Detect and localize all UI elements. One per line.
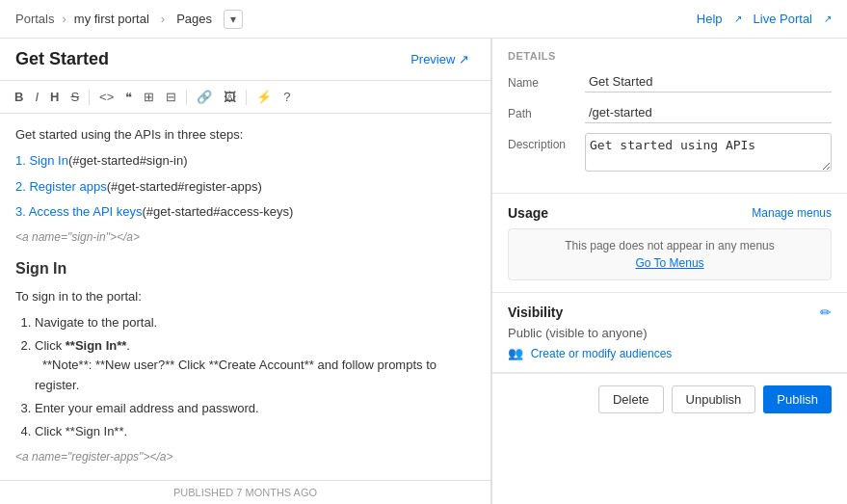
path-input[interactable] bbox=[585, 102, 832, 123]
toolbar-sep-1 bbox=[89, 90, 90, 105]
breadcrumb-arrow: › bbox=[161, 12, 165, 26]
audience-row: 👥 Create or modify audiences bbox=[508, 346, 832, 360]
anchor-sign-in: <a name="sign-in"></a> bbox=[15, 228, 475, 247]
manage-menus-link[interactable]: Manage menus bbox=[752, 206, 832, 220]
usage-info-text: This page does not appear in any menus bbox=[565, 239, 774, 252]
top-nav-right: Help ↗ Live Portal ↗ bbox=[697, 12, 832, 26]
portal-name: my first portal bbox=[74, 12, 149, 26]
editor-panel: Get Started Preview ↗ B I H S <> ❝ ⊞ ⊟ 🔗… bbox=[0, 39, 491, 504]
publish-button[interactable]: Publish bbox=[763, 385, 832, 413]
toolbar-quote[interactable]: ❝ bbox=[120, 87, 137, 107]
intro-text: Get started using the APIs in three step… bbox=[15, 125, 475, 146]
visibility-value: Public (visible to anyone) bbox=[508, 326, 832, 340]
toolbar-code[interactable]: <> bbox=[94, 87, 119, 107]
visibility-section: Visibility ✏ Public (visible to anyone) … bbox=[492, 293, 847, 373]
step-3: 3. Access the API keys(#get-started#acce… bbox=[15, 202, 475, 223]
pages-dropdown[interactable]: ▾ bbox=[224, 10, 243, 29]
unpublish-button[interactable]: Unpublish bbox=[672, 385, 756, 413]
go-to-menus-link[interactable]: Go To Menus bbox=[518, 256, 821, 270]
editor-footer: PUBLISHED 7 MONTHS AGO bbox=[0, 480, 490, 504]
name-input[interactable] bbox=[585, 71, 832, 93]
page-title: Get Started bbox=[15, 49, 109, 69]
toolbar-bold[interactable]: B bbox=[10, 87, 28, 107]
details-section: DETAILS Name Path Description Get starte… bbox=[492, 39, 847, 194]
list-item: Click **Sign In**.**Note**: **New user?*… bbox=[35, 336, 475, 396]
step1-link[interactable]: 1. Sign In bbox=[15, 153, 68, 168]
toolbar-italic[interactable]: I bbox=[30, 87, 43, 107]
help-ext-icon: ↗ bbox=[734, 13, 742, 24]
path-label: Path bbox=[508, 102, 585, 120]
list-item: Enter your email address and password. bbox=[35, 399, 475, 419]
action-buttons: Delete Unpublish Publish bbox=[492, 373, 847, 425]
usage-section: Usage Manage menus This page does not ap… bbox=[492, 194, 847, 293]
sign-in-steps: Navigate to the portal. Click **Sign In*… bbox=[35, 313, 475, 442]
breadcrumb-sep: › bbox=[62, 12, 66, 26]
description-label: Description bbox=[508, 133, 585, 151]
usage-info-box: This page does not appear in any menus G… bbox=[508, 228, 832, 280]
toolbar-image[interactable]: 🖼 bbox=[219, 87, 241, 107]
name-field-row: Name bbox=[508, 71, 832, 93]
toolbar-sep-3 bbox=[246, 90, 247, 105]
step3-link[interactable]: 3. Access the API keys bbox=[15, 204, 143, 219]
toolbar-link[interactable]: 🔗 bbox=[192, 87, 217, 107]
toolbar-heading[interactable]: H bbox=[45, 87, 64, 107]
pages-label: Pages bbox=[176, 12, 212, 26]
breadcrumb: Portals › my first portal › Pages ▾ bbox=[15, 10, 243, 29]
usage-header: Usage Manage menus bbox=[508, 205, 832, 221]
toolbar-table2[interactable]: ⊟ bbox=[161, 87, 181, 107]
details-panel: DETAILS Name Path Description Get starte… bbox=[491, 39, 847, 504]
live-portal-ext-icon: ↗ bbox=[824, 13, 832, 24]
audience-link[interactable]: Create or modify audiences bbox=[531, 347, 673, 360]
toolbar-table[interactable]: ⊞ bbox=[139, 87, 159, 107]
description-field-row: Description Get started using APIs bbox=[508, 133, 832, 172]
step2-link[interactable]: 2. Register apps bbox=[15, 179, 107, 194]
step-2: 2. Register apps(#get-started#register-a… bbox=[15, 177, 475, 198]
main-layout: Get Started Preview ↗ B I H S <> ❝ ⊞ ⊟ 🔗… bbox=[0, 39, 847, 504]
path-field-row: Path bbox=[508, 102, 832, 123]
step-1: 1. Sign In(#get-started#sign-in) bbox=[15, 151, 475, 172]
list-item: Navigate to the portal. bbox=[35, 313, 475, 333]
anchor-register-apps: <a name="register-apps"></a> bbox=[15, 448, 475, 466]
audience-icon: 👥 bbox=[508, 346, 523, 360]
portals-link[interactable]: Portals bbox=[15, 12, 54, 26]
preview-button[interactable]: Preview ↗ bbox=[405, 49, 475, 69]
top-nav: Portals › my first portal › Pages ▾ Help… bbox=[0, 0, 847, 39]
list-item: Click **Sign In**. bbox=[35, 422, 475, 442]
toolbar-sep-2 bbox=[186, 90, 187, 105]
help-link[interactable]: Help bbox=[697, 12, 723, 26]
live-portal-link[interactable]: Live Portal bbox=[754, 12, 812, 26]
details-section-label: DETAILS bbox=[508, 50, 832, 62]
editor-toolbar: B I H S <> ❝ ⊞ ⊟ 🔗 🖼 ⚡ ? bbox=[0, 81, 490, 114]
editor-content[interactable]: Get started using the APIs in three step… bbox=[0, 114, 490, 480]
name-label: Name bbox=[508, 71, 585, 90]
visibility-edit-button[interactable]: ✏ bbox=[820, 305, 832, 320]
visibility-title: Visibility bbox=[508, 305, 563, 320]
description-input[interactable]: Get started using APIs bbox=[585, 133, 832, 172]
sign-in-intro: To sign in to the portal: bbox=[15, 287, 475, 307]
toolbar-strikethrough[interactable]: S bbox=[66, 87, 84, 107]
toolbar-plus[interactable]: ⚡ bbox=[251, 87, 277, 107]
delete-button[interactable]: Delete bbox=[598, 385, 664, 413]
usage-title: Usage bbox=[508, 205, 548, 221]
toolbar-help[interactable]: ? bbox=[278, 87, 295, 107]
heading-sign-in: Sign In bbox=[15, 256, 475, 281]
visibility-header: Visibility ✏ bbox=[508, 305, 832, 320]
